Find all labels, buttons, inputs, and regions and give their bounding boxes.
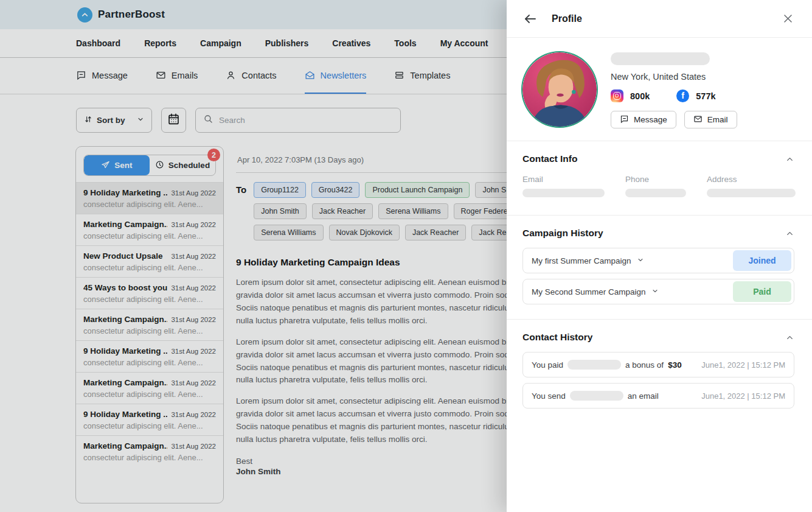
campaign-row: My Second Summer Campaign Paid (522, 279, 794, 304)
campaign-name: My first Summer Campaign (532, 256, 631, 265)
history-text: You paid (532, 360, 563, 370)
campaign-row: My first Summer Campaign Joined (522, 248, 794, 273)
email-value-placeholder (522, 189, 605, 197)
chevron-down-icon (637, 256, 644, 265)
history-text: an email (628, 391, 659, 401)
contact-history-row: You paid a bonus of $30 June1, 2022 | 15… (522, 352, 794, 377)
email-button[interactable]: Email (684, 111, 737, 128)
message-button-label: Message (634, 115, 667, 124)
facebook-icon: f (676, 89, 689, 102)
profile-location: New York, United States (611, 72, 795, 82)
name-placeholder (611, 52, 710, 65)
contact-name-placeholder (567, 360, 621, 370)
campaign-name-dropdown[interactable]: My Second Summer Campaign (532, 287, 659, 296)
status-badge: Paid (733, 281, 791, 302)
address-field-label: Address (707, 175, 796, 184)
profile-actions: Message Email (611, 111, 795, 128)
history-timestamp: June1, 2022 | 15:12 PM (701, 360, 785, 370)
instagram-icon (611, 89, 623, 102)
panel-title: Profile (552, 13, 781, 24)
history-text: You send (532, 391, 566, 401)
contact-history-row: You send an email June1, 2022 | 15:12 PM (522, 383, 794, 409)
history-timestamp: June1, 2022 | 15:12 PM (701, 391, 785, 401)
chat-bubble-icon (620, 114, 629, 125)
email-button-label: Email (707, 115, 728, 124)
message-button[interactable]: Message (611, 111, 676, 128)
profile-panel-header: Profile (507, 0, 812, 38)
bonus-amount: $30 (668, 360, 682, 370)
history-text: a bonus of (625, 360, 664, 370)
chevron-down-icon (651, 287, 659, 296)
contact-name-placeholder (570, 391, 623, 401)
phone-field-label: Phone (625, 175, 686, 184)
profile-panel: Profile (507, 0, 812, 512)
avatar (522, 52, 597, 127)
address-value-placeholder (707, 189, 796, 197)
envelope-icon (693, 114, 703, 125)
chevron-up-icon[interactable] (785, 333, 794, 342)
campaign-name-dropdown[interactable]: My first Summer Campaign (532, 256, 644, 265)
app-root: PartnerBoost Dashboard Reports Campaign … (0, 0, 812, 512)
social-stats: 800k f 577k (611, 89, 795, 102)
chevron-up-icon[interactable] (785, 155, 794, 164)
status-badge: Joined (733, 250, 791, 271)
profile-summary: New York, United States 800k f 577k Mess… (507, 38, 812, 141)
contact-info-section: Contact Info Email Phone Address (507, 141, 812, 215)
facebook-followers: 577k (696, 91, 715, 101)
campaign-name: My Second Summer Campaign (532, 287, 646, 296)
contact-history-section: Contact History You paid a bonus of $30 … (507, 320, 812, 423)
campaign-history-section: Campaign History My first Summer Campaig… (507, 216, 812, 319)
contact-history-heading: Contact History (522, 332, 592, 343)
phone-value-placeholder (625, 189, 686, 197)
back-button[interactable] (522, 11, 538, 27)
email-field-label: Email (522, 175, 605, 184)
chevron-up-icon[interactable] (785, 229, 794, 238)
campaign-history-heading: Campaign History (522, 228, 603, 239)
instagram-followers: 800k (630, 91, 650, 101)
close-icon[interactable] (781, 12, 794, 26)
contact-info-heading: Contact Info (522, 153, 577, 164)
